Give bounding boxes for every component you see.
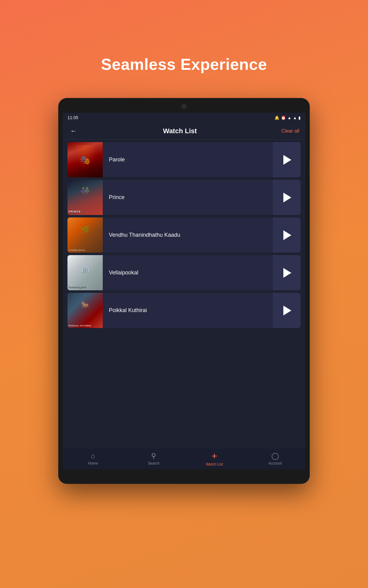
play-button[interactable] [273,142,301,177]
vellai-art-label: வெள்ளைப்பூக்கள் [69,286,86,289]
vellai-poster: 🏛️ வெள்ளைப்பூக்கள் [67,255,103,290]
item-thumbnail: 🏛️ வெள்ளைப்பூக்கள் [67,255,103,290]
notification-icon: 🔔 [274,115,279,120]
play-button[interactable] [273,180,301,215]
signal-icon: ▲ [287,115,291,120]
poikkal-art-label: POIKKAL KUTHIRAI [68,325,91,327]
nav-item-watchlist[interactable]: + Watch List [184,451,245,466]
item-title: Prince [103,194,273,201]
tablet-screen: 11:05 🔔 ⏰ ▲ ▲ ▮ ← Watch List Clear all [63,113,305,469]
watch-list: 🎭 Parole 👫 PRINCE [63,140,305,448]
play-icon [283,230,291,240]
list-item: 🌿 ▪▪ Dolby Atmos Vendhu Thanindhathu Kaa… [67,217,301,253]
nav-label-search: Search [148,461,159,466]
play-button[interactable] [273,255,301,290]
parole-poster: 🎭 [67,142,103,177]
vendhu-poster: 🌿 ▪▪ Dolby Atmos [67,217,103,253]
screen-title: Watch List [79,127,281,135]
nav-item-search[interactable]: ⚲ Search [123,452,184,466]
list-item: 👫 PRINCE Prince [67,180,301,215]
tablet-mockup: 11:05 🔔 ⏰ ▲ ▲ ▮ ← Watch List Clear all [58,98,310,484]
play-button[interactable] [273,217,301,253]
item-title: Parole [103,156,273,163]
account-icon: ◯ [271,452,279,460]
item-title: Vendhu Thanindhathu Kaadu [103,232,273,238]
item-thumbnail: 🐎 POIKKAL KUTHIRAI [67,293,103,328]
item-title: Poikkal Kuthirai [103,307,273,314]
page-headline: Seamless Experience [101,55,267,74]
clear-all-button[interactable]: Clear all [281,128,299,134]
item-thumbnail: 🎭 [67,142,103,177]
dolby-label: ▪▪ Dolby Atmos [69,249,85,251]
nav-item-account[interactable]: ◯ Account [245,452,305,466]
play-button[interactable] [273,293,301,328]
prince-poster: 👫 PRINCE [67,180,103,215]
battery-icon: ▮ [298,115,301,120]
status-time: 11:05 [67,115,78,120]
nav-label-account: Account [268,461,282,466]
alarm-icon: ⏰ [281,115,286,120]
nav-label-watchlist: Watch List [206,462,223,466]
home-icon: ⌂ [91,452,95,460]
item-title: Vellaipookal [103,270,273,276]
status-icons: 🔔 ⏰ ▲ ▲ ▮ [274,115,301,120]
item-thumbnail: 👫 PRINCE [67,180,103,215]
tablet-outer: 11:05 🔔 ⏰ ▲ ▲ ▮ ← Watch List Clear all [58,98,310,484]
list-item: 🎭 Parole [67,142,301,177]
play-icon [283,268,291,278]
prince-art-label: PRINCE [69,210,81,213]
bottom-nav: ⌂ Home ⚲ Search + Watch List ◯ Account [63,448,305,469]
status-bar: 11:05 🔔 ⏰ ▲ ▲ ▮ [63,113,305,123]
top-bar: ← Watch List Clear all [63,123,305,140]
search-icon: ⚲ [151,452,156,460]
wifi-icon: ▲ [293,115,297,120]
play-icon [283,193,291,202]
nav-item-home[interactable]: ⌂ Home [63,452,123,466]
watchlist-icon: + [212,451,217,461]
item-thumbnail: 🌿 ▪▪ Dolby Atmos [67,217,103,253]
play-icon [283,306,291,315]
list-item: 🏛️ வெள்ளைப்பூக்கள் Vellaipookal [67,255,301,290]
side-button [309,159,310,178]
play-icon [283,155,291,165]
back-button[interactable]: ← [69,126,79,136]
nav-label-home: Home [88,461,98,466]
tablet-camera [181,104,187,109]
list-item: 🐎 POIKKAL KUTHIRAI Poikkal Kuthirai [67,293,301,328]
poikkal-poster: 🐎 POIKKAL KUTHIRAI [67,293,103,328]
